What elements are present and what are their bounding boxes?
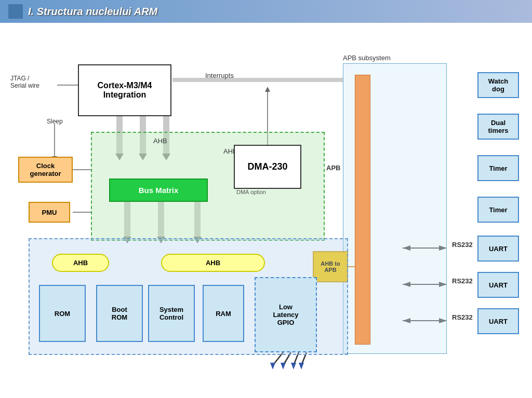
ahb-pill-1: AHB	[52, 254, 109, 272]
svg-marker-32	[281, 363, 286, 369]
timer1-box: Timer	[477, 155, 519, 181]
bus-matrix-box: Bus Matrix	[109, 179, 208, 202]
dma-box: DMA-230	[234, 145, 301, 189]
gpio-box: Low Latency GPIO	[255, 277, 317, 352]
clock-generator-box: Clock generator	[18, 157, 73, 183]
jtag-label: JTAG / Serial wire	[10, 75, 39, 89]
rs232-label-1: RS232	[452, 241, 473, 249]
svg-marker-34	[291, 363, 296, 369]
svg-marker-36	[299, 363, 304, 369]
dma-option-label: DMA option	[236, 189, 266, 195]
rom-box: ROM	[39, 285, 86, 342]
uart1-box: UART	[477, 236, 519, 262]
apb-subsystem-label: APB subsystem	[343, 54, 391, 62]
uart2-box: UART	[477, 272, 519, 298]
header: I. Structura nucleului ARM	[0, 0, 532, 23]
interrupts-label: Interrupts	[205, 72, 234, 79]
boot-rom-box: Boot ROM	[96, 285, 143, 342]
apb-bar-label: APB	[326, 164, 340, 172]
header-icon	[8, 4, 23, 19]
ram-box: RAM	[203, 285, 244, 342]
uart3-box: UART	[477, 308, 519, 334]
rs232-label-3: RS232	[452, 313, 473, 321]
sleep-label: Sleep	[47, 118, 63, 125]
cortex-box: Cortex-M3/M4 Integration	[78, 64, 171, 116]
rs232-label-2: RS232	[452, 277, 473, 285]
diagram: JTAG / Serial wire Cortex-M3/M4 Integrat…	[0, 23, 532, 398]
ahb-pill-2: AHB	[161, 254, 265, 272]
timer2-box: Timer	[477, 197, 519, 223]
system-control-box: System Control	[148, 285, 195, 342]
dual-timers-box: Dual timers	[477, 114, 519, 140]
apb-bar	[355, 75, 370, 345]
ahb-label-top: AHB	[153, 137, 167, 145]
svg-marker-30	[270, 363, 275, 369]
svg-marker-6	[265, 87, 270, 92]
watchdog-box: Watch dog	[477, 72, 519, 98]
pmu-box: PMU	[29, 202, 70, 223]
page-title: I. Structura nucleului ARM	[28, 6, 157, 18]
